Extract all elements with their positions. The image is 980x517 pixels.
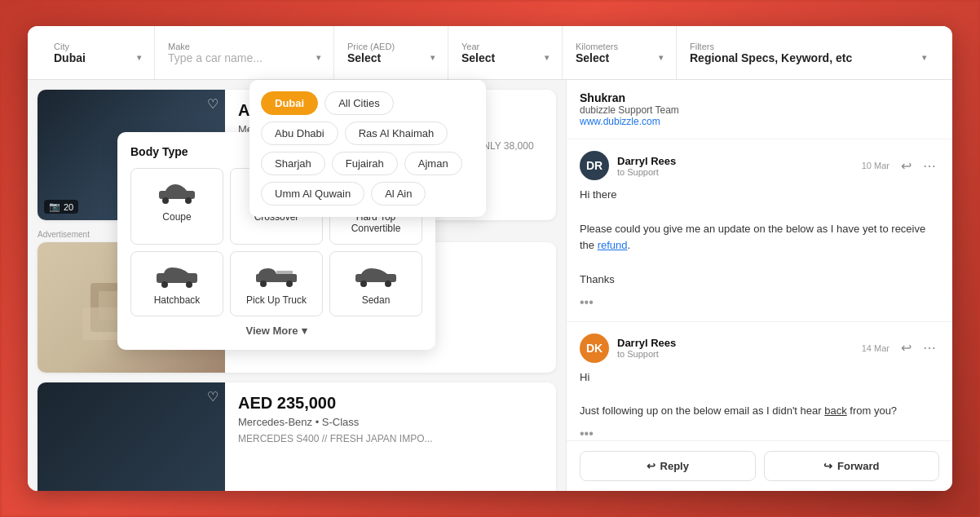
- car-description-2: MERCEDES S400 // FRESH JAPAN IMPO...: [238, 433, 543, 444]
- car-make-model-2: Mercedes-Benz • S-Class: [238, 416, 543, 428]
- coupe-label: Coupe: [162, 211, 191, 223]
- svg-point-5: [185, 197, 192, 204]
- car-image-placeholder-2: [38, 382, 225, 491]
- email-actions-1: ↩ ⋯: [898, 157, 939, 175]
- city-all-cities[interactable]: All Cities: [324, 91, 394, 115]
- pickup-icon: [252, 262, 301, 288]
- make-value: Type a car name... ▾: [168, 51, 320, 64]
- forward-button[interactable]: ↪ Forward: [764, 451, 940, 481]
- make-label: Make: [168, 42, 320, 51]
- svg-rect-17: [276, 271, 293, 274]
- sender-to-1: to Support: [617, 167, 854, 177]
- body-type-coupe[interactable]: Coupe: [130, 168, 223, 245]
- city-filter[interactable]: City Dubai ▾: [41, 26, 155, 79]
- filters-filter[interactable]: Filters Regional Specs, Keyword, etc ▾: [677, 26, 939, 79]
- car-card-2: ♡ AED 235,000 Mercedes-Benz • S-Class ME…: [38, 382, 556, 491]
- make-chevron-icon: ▾: [316, 53, 320, 62]
- city-ras-al-khaimah[interactable]: Ras Al Khaimah: [345, 122, 448, 145]
- price-chevron-icon: ▾: [430, 53, 435, 62]
- year-filter[interactable]: Year Select ▾: [448, 26, 563, 79]
- hatchback-label: Hatchback: [154, 294, 201, 306]
- city-ajman[interactable]: Ajman: [404, 152, 462, 175]
- svg-point-22: [385, 281, 391, 287]
- sedan-label: Sedan: [362, 294, 391, 306]
- svg-point-19: [286, 281, 293, 287]
- email-message-1-header: DR Darryl Rees to Support 10 Mar ↩ ⋯: [580, 151, 939, 180]
- car-info-2: AED 235,000 Mercedes-Benz • S-Class MERC…: [225, 382, 556, 491]
- back-text: back: [824, 404, 846, 417]
- car-image-2: ♡: [38, 382, 225, 491]
- coupe-icon: [152, 179, 201, 205]
- sender-name-1: Darryl Rees: [617, 155, 854, 167]
- avatar-1: DR: [580, 151, 609, 180]
- svg-point-18: [260, 281, 267, 287]
- email-team: dubizzle Support Team: [580, 104, 939, 116]
- email-message-2: DK Darryl Rees to Support 14 Mar ↩ ⋯ Hi: [567, 322, 952, 440]
- avatar-2: DK: [580, 334, 609, 363]
- reply-button[interactable]: ↩ Reply: [580, 451, 756, 481]
- city-sharjah[interactable]: Sharjah: [261, 152, 325, 175]
- more-options-icon-1[interactable]: ⋯: [920, 157, 939, 175]
- email-body: DR Darryl Rees to Support 10 Mar ↩ ⋯ Hi …: [567, 139, 952, 440]
- make-filter[interactable]: Make Type a car name... ▾: [155, 26, 334, 79]
- sedan-icon: [351, 262, 400, 288]
- sender-info-2: Darryl Rees to Support: [617, 337, 854, 359]
- body-type-pickup[interactable]: Pick Up Truck: [230, 251, 323, 316]
- km-label: Kilometers: [576, 42, 663, 51]
- filters-value: Regional Specs, Keyword, etc ▾: [690, 51, 926, 64]
- city-dubai[interactable]: Dubai: [261, 91, 318, 115]
- city-chevron-icon: ▾: [137, 53, 141, 62]
- hatchback-icon: [152, 262, 201, 288]
- view-more-button[interactable]: View More ▾: [130, 316, 422, 337]
- reply-icon-2[interactable]: ↩: [898, 338, 915, 357]
- filters-label: Filters: [690, 42, 926, 51]
- right-panel: Shukran dubizzle Support Team www.dubizz…: [566, 80, 952, 491]
- km-value: Select ▾: [576, 51, 663, 64]
- year-chevron-icon: ▾: [545, 53, 549, 62]
- year-label: Year: [461, 42, 549, 51]
- sender-name-2: Darryl Rees: [617, 337, 854, 349]
- price-value: Select ▾: [347, 51, 435, 64]
- reply-arrow-icon: ↩: [647, 460, 656, 472]
- body-type-sedan[interactable]: Sedan: [329, 251, 422, 316]
- pickup-label: Pick Up Truck: [246, 294, 307, 306]
- email-date-2: 14 Mar: [862, 343, 890, 353]
- city-dropdown: Dubai All Cities Abu Dhabi Ras Al Khaima…: [249, 80, 486, 217]
- price-filter[interactable]: Price (AED) Select ▾: [334, 26, 448, 79]
- city-al-ain[interactable]: Al Ain: [371, 182, 426, 205]
- svg-rect-13: [157, 273, 197, 283]
- refund-link[interactable]: refund: [598, 239, 628, 251]
- svg-point-15: [186, 281, 192, 288]
- filters-chevron-icon: ▾: [922, 53, 926, 62]
- email-text-2: Hi Just following up on the below email …: [580, 369, 939, 420]
- body-type-hatchback[interactable]: Hatchback: [130, 251, 223, 316]
- city-abu-dhabi[interactable]: Abu Dhabi: [261, 122, 338, 145]
- city-tags: Dubai All Cities Abu Dhabi Ras Al Khaima…: [261, 91, 475, 205]
- sender-to-2: to Support: [617, 349, 854, 359]
- km-chevron-icon: ▾: [659, 53, 663, 62]
- city-umm-al-quwain[interactable]: Umm Al Quwain: [261, 182, 364, 205]
- email-message-1: DR Darryl Rees to Support 10 Mar ↩ ⋯ Hi …: [567, 139, 952, 322]
- view-more-chevron-icon: ▾: [302, 325, 307, 337]
- forward-arrow-icon: ↪: [823, 460, 832, 472]
- email-reply-bar: ↩ Reply ↪ Forward: [567, 440, 952, 491]
- email-dots-2: •••: [580, 426, 939, 440]
- heart-icon[interactable]: ♡: [207, 96, 219, 112]
- email-actions-2: ↩ ⋯: [898, 338, 939, 357]
- car-price-2: AED 235,000: [238, 394, 543, 413]
- email-message-2-header: DK Darryl Rees to Support 14 Mar ↩ ⋯: [580, 334, 939, 363]
- city-label: City: [54, 42, 141, 51]
- email-header: Shukran dubizzle Support Team www.dubizz…: [567, 80, 952, 139]
- city-value: Dubai ▾: [54, 51, 141, 64]
- km-filter[interactable]: Kilometers Select ▾: [563, 26, 677, 79]
- reply-icon-1[interactable]: ↩: [898, 157, 915, 175]
- heart-icon-2[interactable]: ♡: [207, 389, 219, 404]
- more-options-icon-2[interactable]: ⋯: [920, 338, 939, 357]
- svg-point-4: [162, 197, 169, 204]
- city-fujairah[interactable]: Fujairah: [332, 152, 398, 175]
- year-value: Select ▾: [461, 51, 549, 64]
- filter-bar: City Dubai ▾ Make Type a car name... ▾ P…: [28, 26, 952, 80]
- image-count-badge: 📷 20: [44, 200, 78, 214]
- email-link[interactable]: www.dubizzle.com: [580, 116, 939, 127]
- price-label: Price (AED): [347, 42, 435, 51]
